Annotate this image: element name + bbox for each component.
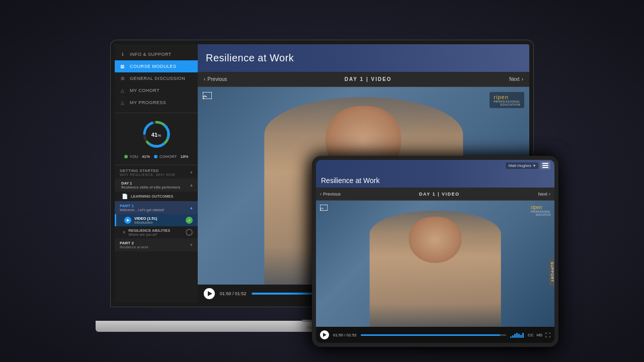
cohort-value: 18%: [180, 154, 188, 159]
cohort-label: COHORT: [159, 154, 177, 159]
ripen-brand: ripen: [494, 94, 520, 100]
ipad-play-triangle: [323, 333, 327, 337]
cast-icon: [203, 92, 212, 99]
time-display: 01:50 / 01:52: [220, 291, 247, 296]
sidebar-item-progress[interactable]: △ MY PROGRESS: [115, 97, 198, 109]
check-icon: ✓: [186, 217, 193, 224]
video-label: VIDEO (1:51): [134, 216, 183, 221]
ipad-volume-bars: [510, 332, 524, 338]
day1-sublabel: Resilience skills of elite performers: [121, 186, 181, 189]
part1-label: PART 1: [120, 204, 164, 208]
ipad-video-logo: ripen PROFESSIONALEDUCATION: [531, 205, 550, 216]
ipad-progress-fill: [361, 334, 501, 336]
ipad-video-thumbnail: ripen PROFESSIONALEDUCATION: [316, 201, 554, 327]
sidebar-item-label-modules: COURSE MODULES: [130, 64, 177, 69]
getting-started-section[interactable]: GETTING STARTED Why Resilience, why now …: [115, 165, 198, 178]
learning-outcomes-item[interactable]: 📄 LEARNING OUTCOMES: [115, 192, 198, 201]
abilities-sublabel: Where are you at?: [128, 233, 183, 236]
modules-icon: ▦: [120, 63, 126, 69]
sidebar-item-label-cohort: MY COHORT: [130, 88, 159, 93]
course-header: Resilience at Work: [198, 44, 529, 72]
ipad-header-area: Matt Hughes ▾ Resilience at Work: [316, 160, 554, 188]
macbook-device: ℹ INFO & SUPPORT ▦ COURSE MODULES ⊞ GENE…: [96, 40, 548, 332]
ipad-menu-button[interactable]: [540, 161, 550, 169]
getting-started-sub: Why Resilience, why now: [120, 173, 175, 176]
abilities-circle: [186, 229, 193, 236]
next-label: Next: [509, 76, 520, 82]
ipad-prev-button[interactable]: ‹ Previous: [320, 192, 341, 197]
abilities-label: RESILIENCE ABILITIES: [128, 228, 183, 233]
ipad-control-buttons: CC HD ⛶: [528, 332, 550, 338]
ipad-user-badge[interactable]: Matt Hughes ▾: [506, 162, 538, 169]
ipad-vol-6: [520, 335, 522, 338]
menu-line-3: [542, 167, 548, 168]
ipad-screen: Matt Hughes ▾ Resilience at Work ‹ Previ…: [316, 160, 554, 343]
ipad-time-total: 01:52: [347, 333, 357, 337]
resilience-abilities-item[interactable]: ≡ RESILIENCE ABILITIES Where are you at?: [115, 226, 198, 238]
ipad-support-tab[interactable]: SUPPORT: [549, 258, 554, 285]
you-label: YOU: [130, 154, 138, 159]
ipad-user-name: Matt Hughes: [509, 163, 531, 168]
ipad-ripen-brand: ripen: [531, 205, 550, 210]
day1-label: DAY 1: [121, 181, 181, 186]
progress-legend: YOU 41% COHORT 18%: [120, 154, 193, 159]
prev-chevron: ‹: [204, 76, 205, 82]
time-total: 01:52: [235, 291, 247, 296]
learning-outcomes-label: LEARNING OUTCOMES: [131, 194, 174, 199]
part2-sublabel: Resilience at work: [120, 245, 148, 249]
ipad-prev-chevron: ‹: [320, 192, 321, 197]
video-logo: ripen PROFESSIONALEDUCATION: [490, 92, 524, 108]
part1-header[interactable]: PART 1 Welcome... Let's get started! ▴: [115, 201, 198, 214]
ipad-course-title: Resilience at Work: [321, 176, 379, 185]
cc-button[interactable]: CC: [528, 333, 534, 337]
play-button[interactable]: [204, 288, 215, 299]
ipad-vol-5: [518, 334, 520, 338]
part1-sublabel: Welcome... Let's get started!: [120, 208, 164, 212]
ipad-nav-bar: ‹ Previous DAY 1 | VIDEO Next ›: [316, 188, 554, 201]
ipad-next-button[interactable]: Next ›: [538, 192, 550, 197]
progress-circle: 41%: [141, 119, 172, 149]
you-dot: [124, 155, 128, 158]
you-legend: YOU 41%: [124, 154, 150, 159]
ipad-person: [370, 211, 501, 327]
course-header-bg: [331, 44, 529, 72]
ipad-prev-label: Previous: [323, 192, 341, 197]
ipad-play-button[interactable]: [320, 330, 329, 339]
cohort-icon: △: [120, 87, 126, 94]
ipad-device: Matt Hughes ▾ Resilience at Work ‹ Previ…: [312, 156, 558, 347]
sidebar-item-info[interactable]: ℹ INFO & SUPPORT: [115, 48, 198, 60]
ipad-video-controls: 01:50 / 01:52: [316, 327, 554, 343]
prev-label: Previous: [207, 76, 227, 82]
part2-chevron: ▾: [190, 242, 193, 247]
ipad-user-chevron: ▾: [533, 163, 535, 168]
sidebar-item-modules[interactable]: ▦ COURSE MODULES: [115, 60, 198, 72]
next-button[interactable]: Next ›: [509, 76, 523, 82]
ipad-next-chevron: ›: [549, 192, 550, 197]
day1-header[interactable]: DAY 1 Resilience skills of elite perform…: [115, 178, 198, 192]
sidebar-item-cohort[interactable]: △ MY COHORT: [115, 84, 198, 97]
ipad-person-face: [409, 217, 461, 263]
sidebar-modules: GETTING STARTED Why Resilience, why now …: [115, 165, 198, 251]
cohort-dot: [154, 155, 157, 158]
part1-chevron: ▴: [190, 205, 193, 210]
part2-header[interactable]: PART 2 Resilience at work ▾: [115, 238, 198, 251]
fullscreen-icon[interactable]: ⛶: [545, 332, 550, 338]
time-current: 01:50: [220, 291, 231, 296]
sidebar-item-label-discussion: GENERAL DISCUSSION: [130, 76, 185, 81]
ipad-video: ripen PROFESSIONALEDUCATION 01:50 / 01:5…: [316, 201, 554, 343]
info-icon: ℹ: [120, 51, 126, 57]
ipad-header-top: Matt Hughes ▾: [316, 160, 554, 171]
ipad-progress-bar[interactable]: [361, 334, 506, 336]
sidebar-item-discussion[interactable]: ⊞ GENERAL DISCUSSION: [115, 72, 198, 84]
sidebar-nav: ℹ INFO & SUPPORT ▦ COURSE MODULES ⊞ GENE…: [115, 44, 198, 113]
sidebar-item-label-info: INFO & SUPPORT: [130, 52, 172, 57]
prev-button[interactable]: ‹ Previous: [204, 76, 227, 82]
ipad-ripen-sub: PROFESSIONALEDUCATION: [531, 210, 550, 216]
getting-started-label: GETTING STARTED: [120, 168, 175, 173]
ipad-day-label: DAY 1 | VIDEO: [419, 192, 460, 197]
ipad-vol-7: [522, 333, 524, 338]
hd-button[interactable]: HD: [536, 333, 542, 337]
sidebar: ℹ INFO & SUPPORT ▦ COURSE MODULES ⊞ GENE…: [115, 44, 198, 303]
video-item[interactable]: ▶ VIDEO (1:51) Introduction ✓: [115, 214, 198, 226]
cohort-legend: COHORT 18%: [154, 154, 189, 159]
